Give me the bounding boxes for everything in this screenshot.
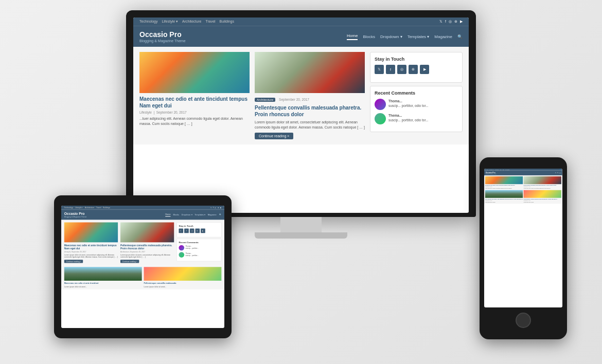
- article-2-title[interactable]: Pellentesque convallis malesuada pharetr…: [255, 104, 365, 118]
- comment-1-text: Thoma... suscip... porttitor, odio tor..…: [388, 99, 429, 108]
- stay-in-touch-widget: Stay in Touch 𝕏 f ◎ ⊛ ▶: [370, 52, 463, 83]
- t-search-icon: 🔍: [219, 214, 222, 216]
- comment-1-author: Thoma...: [388, 99, 402, 103]
- phone-article-2: Pellentesque convallis malesuada pharetr…: [524, 176, 561, 189]
- tablet-screen: Technology Lifestyle ▾ Architecture Trav…: [61, 206, 224, 328]
- avatar-1: [375, 99, 386, 110]
- t-pinterest-icon: ⊛: [218, 207, 219, 209]
- nav-home[interactable]: Home: [347, 33, 358, 40]
- comment-2-text: Thema... suscip... porttitor, odio tor..…: [388, 113, 429, 122]
- tablet-header: Occasio Pro Blogging & Magazine Theme Ho…: [61, 210, 224, 220]
- tablet-extra-grid: Maecenas nec odio et ante tincidunt Lore…: [64, 267, 222, 288]
- article-1-category: Lifestyle: [139, 111, 152, 114]
- t-nav-lifestyle: Lifestyle ▾: [75, 207, 83, 209]
- nav-lifestyle[interactable]: Lifestyle ▾: [162, 20, 178, 24]
- logo-subtitle: Blogging & Magazine Theme: [139, 39, 186, 43]
- tablet-article-1-image: [64, 222, 118, 242]
- t-nav-home: Home: [165, 213, 170, 216]
- phone-screen: My Site Occasio Pro Customize New Stats …: [484, 169, 562, 307]
- tablet-read-more-1: Continue reading »: [64, 260, 83, 263]
- sidebar-facebook-icon[interactable]: f: [386, 65, 395, 74]
- tablet-logo-title: Occasio Pro: [64, 212, 87, 216]
- article-1-meta: Lifestyle | September 20, 2017: [139, 111, 250, 114]
- twitter-icon[interactable]: 𝕏: [439, 20, 442, 24]
- phone-logo: Occasio Pro Blogging & Magazine Theme: [486, 172, 497, 175]
- phone-articles-grid: Maecenas nec odio et ante tincidunt temp…: [485, 176, 561, 203]
- phone-device: My Site Occasio Pro Customize New Stats …: [480, 157, 567, 339]
- phone-logo-sub: Blogging & Magazine Theme: [486, 174, 497, 175]
- t-nav-technology: Technology: [64, 207, 73, 209]
- comment-2-author: Thema...: [388, 114, 402, 117]
- facebook-icon[interactable]: f: [445, 20, 446, 24]
- phone-search-icon: 🔍: [555, 172, 557, 173]
- nav-technology[interactable]: Technology: [139, 20, 157, 24]
- site-logo[interactable]: Occasio Pro Blogging & Magazine Theme: [139, 30, 186, 43]
- tablet-article-1: Maecenas nec odio et ante tincidunt temp…: [64, 222, 118, 263]
- tablet-article-2-text: Lorem ipsum dolor sit amet, consectetuer…: [120, 253, 174, 259]
- read-more-button[interactable]: Continue reading »: [255, 133, 293, 139]
- t-facebook-icon: f: [213, 207, 214, 209]
- site-content: Maecenas nec odio et ante tincidunt temp…: [133, 47, 469, 144]
- comment-2-content: suscip... porttitor, odio tor...: [388, 118, 429, 122]
- youtube-icon[interactable]: ▶: [460, 20, 463, 24]
- pinterest-icon[interactable]: ⊛: [454, 20, 457, 24]
- nav-magazine[interactable]: Magazine: [434, 34, 452, 39]
- tablet-article-1-title: Maecenas nec odio et ante tincidunt temp…: [64, 244, 118, 250]
- tablet-topbar-social: 𝕏 f ◎ ⊛ ▶: [210, 207, 222, 209]
- t-nav-dropdown: Dropdown ▾: [182, 214, 192, 216]
- tablet-article-1-meta: Lifestyle | September 20, 2017: [64, 251, 118, 252]
- tablet-logo-sub: Blogging & Magazine Theme: [64, 216, 87, 217]
- tablet-article-1-text: Lorem ipsum dolor sit amet, consectetuer…: [64, 253, 118, 259]
- phone-website: My Site Occasio Pro Customize New Stats …: [484, 169, 562, 204]
- sidebar-twitter-icon[interactable]: 𝕏: [375, 65, 384, 74]
- tablet-outer: Technology Lifestyle ▾ Architecture Trav…: [54, 195, 232, 338]
- t-nav-travel: Travel: [96, 207, 101, 209]
- search-icon[interactable]: 🔍: [457, 34, 463, 39]
- widget-title-social: Stay in Touch: [375, 57, 458, 62]
- site-topbar: Technology Lifestyle ▾ Architecture Trav…: [133, 17, 469, 26]
- article-2-excerpt: Lorem ipsum dolor sit amet, consectetuer…: [255, 120, 365, 130]
- phone-header-actions: 🔍 ☰ Blog: [555, 172, 561, 173]
- tablet-nav: Home Blocks Dropdown ▾ Templates ▾ Magaz…: [165, 213, 221, 216]
- nav-travel[interactable]: Travel: [205, 20, 215, 24]
- tablet-extra-article-2: Pellentesque convallis malesuada Lorem i…: [144, 267, 222, 288]
- article-1-excerpt: ...tuer adipiscing elit. Aenean commodo …: [139, 116, 250, 126]
- nav-architecture[interactable]: Architecture: [182, 20, 201, 24]
- article-1-title[interactable]: Maecenas nec odio et ante tincidunt temp…: [139, 96, 250, 109]
- instagram-icon[interactable]: ◎: [449, 20, 452, 24]
- article-2-image: [255, 52, 365, 93]
- recent-comments-widget: Recent Comments Thoma... suscip... portt…: [370, 86, 463, 132]
- sidebar-youtube-icon[interactable]: ▶: [420, 65, 429, 74]
- sidebar-pinterest-icon[interactable]: ⊛: [409, 65, 418, 74]
- nav-blocks[interactable]: Blocks: [363, 34, 375, 39]
- desktop-website: Technology Lifestyle ▾ Architecture Trav…: [133, 17, 469, 144]
- logo-title: Occasio Pro: [139, 30, 186, 39]
- article-1: Maecenas nec odio et ante tincidunt temp…: [139, 52, 250, 139]
- t-nav-blocks: Blocks: [173, 214, 179, 216]
- main-nav: Home Blocks Dropdown ▾ Templates ▾ Magaz…: [347, 33, 463, 40]
- desktop-stand-base: [255, 232, 347, 239]
- tablet-topbar-nav: Technology Lifestyle ▾ Architecture Trav…: [64, 207, 110, 209]
- t-nav-magazine: Magazine: [208, 214, 217, 216]
- nav-dropdown[interactable]: Dropdown ▾: [380, 34, 402, 39]
- phone-outer: My Site Occasio Pro Customize New Stats …: [480, 157, 567, 339]
- tablet-recent-comments: Recent Comments Thoma...suscip... portti…: [176, 239, 221, 262]
- tablet-website: Technology Lifestyle ▾ Architecture Trav…: [61, 206, 224, 289]
- tablet-article-2: Pellentesque convallis malesuada pharetr…: [120, 222, 174, 263]
- phone-home-button[interactable]: [516, 313, 531, 328]
- scene: Technology Lifestyle ▾ Architecture Trav…: [0, 0, 602, 364]
- article-2: Architecture September 20, 2017 Pellente…: [255, 52, 365, 139]
- t-nav-templates: Templates ▾: [194, 214, 205, 216]
- phone-topbar-icons: 👤: [560, 169, 561, 170]
- tablet-extra-article-1: Maecenas nec odio et ante tincidunt Lore…: [64, 267, 142, 288]
- phone-blog-label: Blog: [559, 173, 561, 174]
- t-nav-buildings: Buildings: [103, 207, 110, 209]
- comment-2: Thema... suscip... porttitor, odio tor..…: [375, 113, 458, 124]
- nav-buildings[interactable]: Buildings: [220, 20, 234, 24]
- tablet-social-row: 𝕏 f ◎ ⊛ ▶: [179, 229, 219, 233]
- sidebar-instagram-icon[interactable]: ◎: [397, 65, 406, 74]
- phone-article-3: Nam gravida nisl lacus, nec dignissim to…: [485, 190, 523, 203]
- desktop-stand-neck: [280, 217, 322, 232]
- tablet-article-2-image: [120, 222, 174, 242]
- nav-templates[interactable]: Templates ▾: [408, 34, 430, 39]
